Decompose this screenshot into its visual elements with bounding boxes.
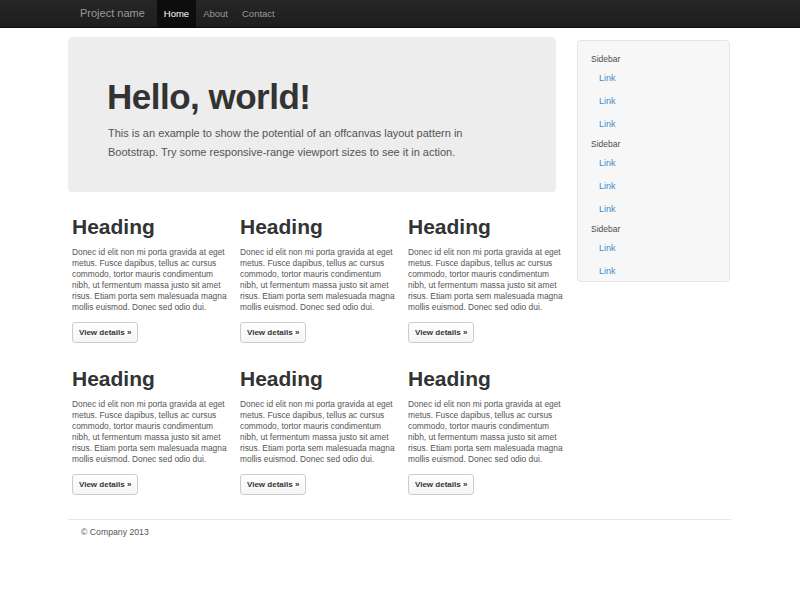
content-card: Heading Donec id elit non mi porta gravi… xyxy=(72,367,240,495)
card-heading: Heading xyxy=(240,215,408,239)
card-body-text: Donec id elit non mi porta gravida at eg… xyxy=(72,399,233,465)
nav-item-contact[interactable]: Contact xyxy=(235,0,282,27)
card-body-text: Donec id elit non mi porta gravida at eg… xyxy=(408,247,569,313)
sidebar-group-header: Sidebar xyxy=(578,51,729,67)
card-heading: Heading xyxy=(72,367,240,391)
sidebar-nav: Sidebar Link Link Link Sidebar Link Link… xyxy=(577,40,730,282)
content-card: Heading Donec id elit non mi porta gravi… xyxy=(408,215,576,343)
content-card: Heading Donec id elit non mi porta gravi… xyxy=(240,367,408,495)
sidebar-link[interactable]: Link xyxy=(578,260,729,283)
nav-item-home[interactable]: Home xyxy=(157,0,196,27)
navbar-inner: Project name Home About Contact xyxy=(68,0,282,27)
sidebar-link[interactable]: Link xyxy=(578,67,729,90)
footer-copyright: © Company 2013 xyxy=(81,527,149,537)
sidebar-link[interactable]: Link xyxy=(578,152,729,175)
cards-row-2: Heading Donec id elit non mi porta gravi… xyxy=(72,367,577,495)
view-details-button[interactable]: View details » xyxy=(72,322,138,343)
footer-divider xyxy=(68,519,731,520)
card-body-text: Donec id elit non mi porta gravida at eg… xyxy=(72,247,233,313)
card-body-text: Donec id elit non mi porta gravida at eg… xyxy=(240,399,401,465)
view-details-button[interactable]: View details » xyxy=(240,474,306,495)
card-heading: Heading xyxy=(408,215,576,239)
content-card: Heading Donec id elit non mi porta gravi… xyxy=(408,367,576,495)
card-heading: Heading xyxy=(72,215,240,239)
content-card: Heading Donec id elit non mi porta gravi… xyxy=(240,215,408,343)
page-title: Hello, world! xyxy=(107,78,516,116)
card-body-text: Donec id elit non mi porta gravida at eg… xyxy=(408,399,569,465)
card-heading: Heading xyxy=(240,367,408,391)
card-heading: Heading xyxy=(408,367,576,391)
jumbotron: Hello, world! This is an example to show… xyxy=(68,37,556,192)
jumbotron-subtitle: This is an example to show the potential… xyxy=(108,124,506,161)
sidebar-group-header: Sidebar xyxy=(578,221,729,237)
view-details-button[interactable]: View details » xyxy=(72,474,138,495)
sidebar-link[interactable]: Link xyxy=(578,175,729,198)
cards-row-1: Heading Donec id elit non mi porta gravi… xyxy=(72,215,577,343)
content-card: Heading Donec id elit non mi porta gravi… xyxy=(72,215,240,343)
sidebar-link[interactable]: Link xyxy=(578,237,729,260)
sidebar-group-header: Sidebar xyxy=(578,136,729,152)
sidebar-link[interactable]: Link xyxy=(578,90,729,113)
top-navbar: Project name Home About Contact xyxy=(0,0,800,28)
view-details-button[interactable]: View details » xyxy=(408,474,474,495)
sidebar-link[interactable]: Link xyxy=(578,113,729,136)
nav-item-about[interactable]: About xyxy=(196,0,235,27)
brand-title[interactable]: Project name xyxy=(68,0,157,27)
view-details-button[interactable]: View details » xyxy=(240,322,306,343)
sidebar-link[interactable]: Link xyxy=(578,198,729,221)
view-details-button[interactable]: View details » xyxy=(408,322,474,343)
card-body-text: Donec id elit non mi porta gravida at eg… xyxy=(240,247,401,313)
